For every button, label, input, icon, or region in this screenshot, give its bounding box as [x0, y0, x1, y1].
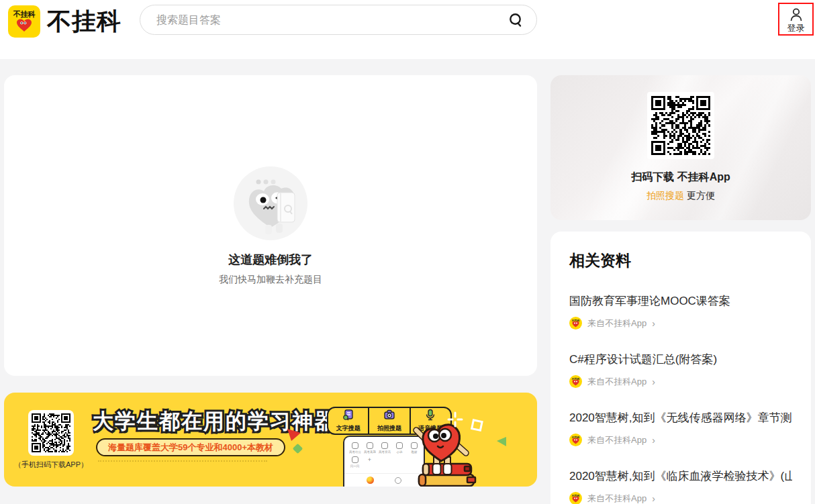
feature-label: 文字搜题: [336, 424, 361, 433]
related-item[interactable]: 2020智慧树,知到《临床血液学检验技术》(山…不挂科来自不挂科App›: [569, 468, 792, 504]
phone-app-icon: [352, 456, 358, 463]
qr-card-rest: 更方便: [684, 190, 715, 201]
phone-app-item: 高考估分: [350, 442, 360, 454]
related-item-source[interactable]: 不挂科来自不挂科App›: [569, 317, 792, 330]
app-logo-icon: 不挂科: [569, 375, 582, 388]
source-label: 来自不挂科App: [587, 434, 646, 446]
feature-text-search[interactable]: 文字搜题: [328, 408, 368, 434]
qr-card-highlight: 拍照搜题: [646, 190, 684, 201]
empty-state-subtitle: 我们快马加鞭去补充题目: [219, 274, 322, 286]
app-logo-icon: 不挂科: [569, 492, 582, 504]
related-item-title[interactable]: C#程序设计试题汇总(附答案): [569, 352, 792, 367]
sidebar-qr-card: 扫码下载 不挂科App 拍照搜题 更方便: [550, 75, 811, 220]
related-item-title[interactable]: 国防教育军事理论MOOC课答案: [569, 293, 792, 309]
related-item-title[interactable]: 2020智慧树,知到《临床血液学检验技术》(山…: [569, 468, 792, 484]
sidebar-qr-code: [647, 92, 714, 159]
app-logo-icon: 不挂科: [569, 317, 582, 330]
phone-app-icon: [381, 442, 388, 449]
banner-qr-code: [28, 410, 74, 456]
related-item-source[interactable]: 不挂科来自不挂科App›: [569, 434, 792, 446]
search-icon[interactable]: [507, 11, 524, 29]
chevron-right-icon: ›: [652, 319, 655, 328]
app-orange-icon: [367, 476, 374, 484]
app-logo-icon: 不挂科: [569, 434, 582, 446]
search-input[interactable]: [156, 14, 507, 26]
related-title: 相关资料: [569, 250, 792, 271]
related-item-source[interactable]: 不挂科来自不挂科App›: [569, 375, 792, 388]
app-promo-banner[interactable]: （手机扫码下载APP） 大学生都在用的学习神器 大学生都在用的学习神器 海量题库…: [4, 393, 537, 487]
phone-app-item: 问一问: [350, 456, 360, 468]
chevron-right-icon: ›: [652, 377, 655, 387]
decor-shapes-left: [286, 427, 303, 456]
related-item[interactable]: 国防教育军事理论MOOC课答案不挂科来自不挂科App›: [569, 293, 792, 330]
chevron-right-icon: ›: [652, 436, 655, 445]
phone-app-icon: [396, 442, 403, 449]
banner-qr-caption: （手机扫码下载APP）: [13, 460, 89, 470]
login-button[interactable]: 登录: [779, 4, 812, 34]
qr-card-subtitle: 拍照搜题 更方便: [646, 190, 715, 202]
qr-code-icon: [32, 413, 70, 452]
svg-text:不挂科: 不挂科: [571, 319, 580, 322]
svg-text:不挂科: 不挂科: [571, 377, 580, 381]
phone-app-label: 高考真题: [364, 450, 376, 453]
heart-icon: [16, 19, 32, 32]
header: 不挂科 不挂科 登录: [0, 0, 815, 59]
logo-wordmark: 不挂科: [47, 5, 122, 38]
logo-badge-text: 不挂科: [13, 11, 36, 18]
logo[interactable]: 不挂科 不挂科: [8, 5, 122, 38]
feature-label: 拍照搜题: [377, 424, 401, 433]
logo-badge-icon: 不挂科: [8, 5, 40, 38]
search-bar[interactable]: [140, 5, 537, 35]
result-empty-card: 这道题难倒我了 我们快马加鞭去补充题目: [4, 75, 537, 376]
phone-add-icon: +: [365, 456, 375, 463]
related-item[interactable]: C#程序设计试题汇总(附答案)不挂科来自不挂科App›: [569, 352, 792, 388]
related-item[interactable]: 2020智慧树,知到《无线传感器网络》章节测…不挂科来自不挂科App›: [569, 410, 792, 446]
qr-card-title: 扫码下载 不挂科App: [631, 170, 730, 185]
phone-app-item: 高考真题: [365, 442, 375, 454]
phone-app-label: 小说: [396, 450, 402, 453]
phone-app-label: 问一问: [350, 464, 360, 467]
empty-state-title: 这道题难倒我了: [228, 252, 313, 268]
related-list: 国防教育军事理论MOOC课答案不挂科来自不挂科App›C#程序设计试题汇总(附答…: [569, 293, 792, 504]
svg-text:不挂科: 不挂科: [571, 436, 580, 439]
phone-app-label: 高考估分: [349, 450, 361, 453]
decor-shapes-right: [447, 411, 514, 452]
related-materials-card: 相关资料 国防教育军事理论MOOC课答案不挂科来自不挂科App›C#程序设计试题…: [550, 232, 811, 504]
svg-text:不挂科: 不挂科: [571, 494, 580, 497]
phone-app-icon: [367, 442, 373, 449]
empty-state-illustration: [233, 166, 308, 241]
annotation-highlight-box: 登录: [778, 3, 814, 36]
user-icon: [788, 7, 804, 23]
login-label: 登录: [787, 23, 805, 32]
related-item-source[interactable]: 不挂科来自不挂科App›: [569, 492, 792, 504]
camera-search-icon: [383, 409, 395, 423]
phone-app-label: 高考资讯: [379, 450, 391, 453]
source-label: 来自不挂科App: [587, 317, 646, 330]
text-search-icon: [342, 409, 354, 423]
banner-dotted-divider: [98, 460, 267, 462]
banner-badge: 海量题库覆盖大学59个专业和4000+本教材: [96, 438, 285, 456]
qr-code-icon: [651, 96, 710, 155]
phone-app-icon: [352, 442, 358, 449]
clock-icon: [395, 477, 401, 484]
chevron-right-icon: ›: [652, 494, 655, 503]
source-label: 来自不挂科App: [587, 493, 646, 504]
phone-app-item: 高考资讯: [379, 442, 389, 454]
related-item-title[interactable]: 2020智慧树,知到《无线传感器网络》章节测…: [569, 410, 792, 425]
source-label: 来自不挂科App: [587, 376, 646, 388]
